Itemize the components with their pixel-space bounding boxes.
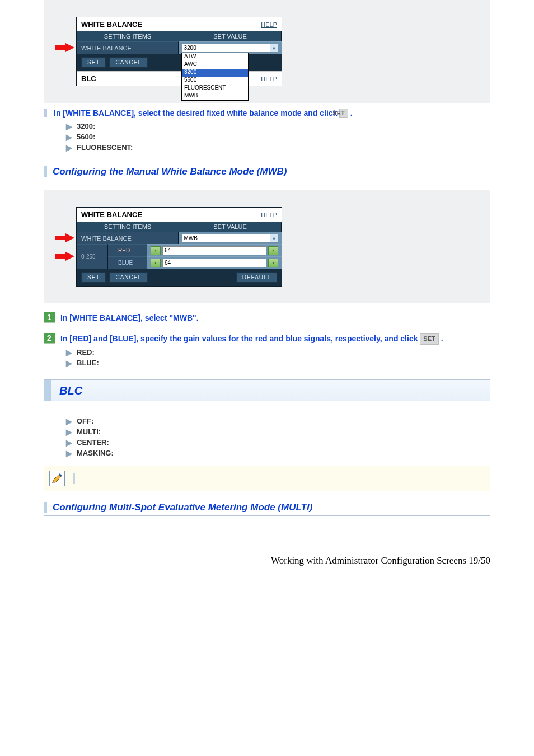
bullet-list-2: ▶RED: ▶BLUE: xyxy=(66,347,490,368)
note-pencil-icon xyxy=(49,471,65,486)
svg-marker-2 xyxy=(55,252,74,261)
white-balance-panel-1: WHITE BALANCE HELP SETTING ITEMS SET VAL… xyxy=(76,17,282,86)
step-number-icon: 2 xyxy=(44,333,55,344)
red-value[interactable]: 64 xyxy=(162,246,266,255)
bullet-arrow-icon: ▶ xyxy=(66,449,72,457)
option-3200[interactable]: 3200 xyxy=(182,69,248,77)
chevron-down-icon: v xyxy=(270,44,278,52)
step-number-icon: 1 xyxy=(44,312,55,323)
decrease-button[interactable]: ‹ xyxy=(151,246,161,255)
blc-label: BLC xyxy=(81,74,96,83)
svg-marker-3 xyxy=(53,475,61,482)
bullet-arrow-icon: ▶ xyxy=(66,123,72,130)
bullet-list-3: ▶OFF: ▶MULTI: ▶CENTER: ▶MASKING: xyxy=(66,416,490,458)
cancel-button[interactable]: CANCEL xyxy=(109,57,148,68)
default-button[interactable]: DEFAULT xyxy=(236,272,277,283)
bullet-arrow-icon: ▶ xyxy=(66,349,72,356)
option-atw[interactable]: ATW xyxy=(182,53,248,61)
screenshot-area-1: WHITE BALANCE HELP SETTING ITEMS SET VAL… xyxy=(44,0,490,103)
list-item: ▶BLUE: xyxy=(66,358,490,368)
white-balance-panel-2: WHITE BALANCE HELP SETTING ITEMS SET VAL… xyxy=(76,207,282,287)
option-fluorescent[interactable]: FLUORESCENT xyxy=(182,84,248,92)
bullet-arrow-icon: ▶ xyxy=(66,439,72,447)
increase-button[interactable]: › xyxy=(268,259,278,267)
col-setting-items: SETTING ITEMS xyxy=(77,222,179,232)
help-link[interactable]: HELP xyxy=(261,76,277,82)
pointer-arrow-icon xyxy=(55,233,74,242)
chevron-down-icon: v xyxy=(270,234,278,242)
row-label: WHITE BALANCE xyxy=(77,232,179,244)
list-item: ▶RED: xyxy=(66,347,490,358)
set-button[interactable]: SET xyxy=(81,57,106,68)
section-heading-mwb: Configuring the Manual White Balance Mod… xyxy=(44,163,490,180)
set-button[interactable]: SET xyxy=(81,272,106,283)
page-footer: Working with Administrator Configuration… xyxy=(0,555,490,566)
bullet-arrow-icon: ▶ xyxy=(66,144,72,152)
option-awc[interactable]: AWC xyxy=(182,61,248,69)
help-link[interactable]: HELP xyxy=(261,212,277,218)
step-2: 2 In [RED] and [BLUE], specify the gain … xyxy=(44,333,490,345)
note-box xyxy=(44,466,490,491)
bar-icon xyxy=(44,109,47,117)
white-balance-dropdown[interactable]: MWB v xyxy=(182,234,279,243)
list-item: ▶MULTI: xyxy=(66,426,490,437)
bullet-arrow-icon: ▶ xyxy=(66,133,72,141)
step-1: 1 In [WHITE BALANCE], select "MWB". xyxy=(44,312,490,324)
svg-marker-1 xyxy=(55,233,74,242)
bullet-list-1: ▶3200: ▶5600: ▶FLUORESCENT: xyxy=(66,121,490,153)
bullet-arrow-icon: ▶ xyxy=(66,359,72,367)
list-item: ▶OFF: xyxy=(66,416,490,426)
blue-label: BLUE xyxy=(108,256,147,269)
list-item: ▶MASKING: xyxy=(66,448,490,458)
col-setting-items: SETTING ITEMS xyxy=(77,31,179,41)
svg-marker-5 xyxy=(52,480,53,483)
blue-value[interactable]: 64 xyxy=(162,259,266,267)
dropdown-options[interactable]: ATW AWC 3200 5600 FLUORESCENT MWB xyxy=(181,53,249,101)
set-pill: SET xyxy=(339,109,348,118)
panel-title: WHITE BALANCE xyxy=(81,20,142,29)
set-pill: SET xyxy=(420,333,438,345)
instruction-1: In [WHITE BALANCE], select the desired f… xyxy=(44,109,490,118)
col-set-value: SET VALUE xyxy=(179,222,282,232)
increase-button[interactable]: › xyxy=(268,246,278,255)
list-item: ▶FLUORESCENT: xyxy=(66,142,490,153)
list-item: ▶5600: xyxy=(66,132,490,142)
svg-marker-0 xyxy=(55,43,74,52)
range-label: 0-255 xyxy=(81,253,96,260)
section-heading-multi: Configuring Multi-Spot Evaluative Meteri… xyxy=(44,499,490,516)
pointer-arrow-icon xyxy=(55,43,74,52)
help-link[interactable]: HELP xyxy=(261,21,277,28)
screenshot-area-2: WHITE BALANCE HELP SETTING ITEMS SET VAL… xyxy=(44,190,490,303)
divider-icon xyxy=(73,473,75,484)
section-heading-blc: BLC xyxy=(44,379,490,401)
list-item: ▶CENTER: xyxy=(66,437,490,448)
col-set-value: SET VALUE xyxy=(179,31,282,41)
cancel-button[interactable]: CANCEL xyxy=(109,272,148,283)
bullet-arrow-icon: ▶ xyxy=(66,428,72,436)
decrease-button[interactable]: ‹ xyxy=(151,259,161,267)
option-5600[interactable]: 5600 xyxy=(182,77,248,84)
pointer-arrow-icon xyxy=(55,252,74,261)
list-item: ▶3200: xyxy=(66,121,490,132)
red-label: RED xyxy=(108,244,147,256)
bullet-arrow-icon: ▶ xyxy=(66,417,72,425)
panel-title: WHITE BALANCE xyxy=(81,210,142,219)
white-balance-dropdown[interactable]: 3200 v xyxy=(182,44,279,53)
option-mwb[interactable]: MWB xyxy=(182,92,248,100)
row-label: WHITE BALANCE xyxy=(77,41,179,54)
